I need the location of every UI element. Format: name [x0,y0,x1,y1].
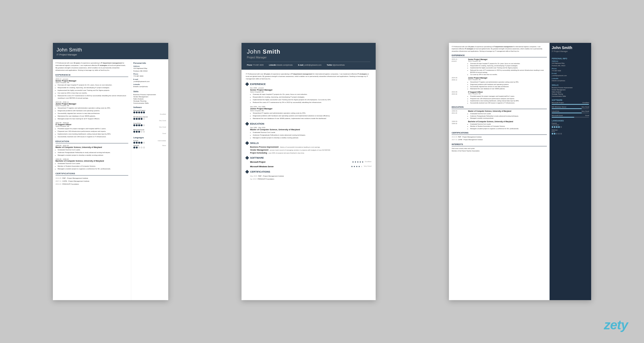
diamond-icon [245,82,249,86]
resume3-sidebar-header: John Smith IT Project Manager [550,43,591,55]
diamond-icon-skills [245,141,249,145]
page-canvas: John Smith IT Project Manager IT Profess… [0,0,644,343]
exp-item-3: 2002-08 - 2004-09 IT Support Officer Set… [56,122,128,138]
resume3-main: IT Professional with over 10 years of ex… [449,43,550,300]
resume2-body: IT Professional with over 10 years of ex… [241,70,376,300]
software-item-3: Linux/Unix Very Good [133,122,166,128]
resume2-software-title: SOFTWARE [246,156,371,159]
resume2-certifications-title: CERTIFICATIONS [246,170,371,173]
r2-skill-3: Project Scheduling - over 90% of project… [246,152,371,154]
lang-spanish: Spanish Basic [133,145,166,148]
sidebar3-software-title: Software [552,99,589,101]
resume1-sidebar: Personal Info Address 134 Rightward WayP… [131,59,168,300]
r3-edu-2: 1996-09 -1999-06 Bachelor of Computer Sc… [452,121,547,130]
sidebar-languages-title: Languages [133,136,166,139]
resume3-intro: IT Professional with over 10 years of ex… [452,46,547,52]
resume2-header: John Smith Project Manager Phone 774-987… [241,43,376,70]
lang3-french: French Intermediate [552,122,589,128]
software-item-2: MS Windows Server Very Good [133,116,166,121]
r3-exp-3: 2002-08 -2004-09 IT Support Officer Seto… [452,91,547,104]
resume1-header: John Smith IT Project Manager [53,43,168,59]
resume1-experience-title: Experience [56,74,128,77]
lang-french: French Intermediate [133,140,166,144]
resume-2: John Smith Project Manager Phone 774-987… [241,43,376,300]
resume1-certifications-title: Certifications [56,172,128,176]
resume1-name: John Smith [57,47,164,53]
resume3-interests-title: Interests [452,143,547,146]
resume2-contact: Phone 774-987-4009 LinkedIn linkedin.com… [247,62,370,66]
r2-soft-1: Microsoft Project ★ ★ ★ ★ ★ Excellent [246,161,371,163]
sidebar3-soft-2: MS Windows Server Very Good [552,106,589,109]
resume2-experience-title: EXPERIENCE [246,83,371,85]
sidebar3-personal-title: Personal Info [552,58,589,59]
resume1-intro: IT Professional with over 10 years of ex… [56,62,128,72]
resume-1: John Smith IT Project Manager IT Profess… [53,43,168,300]
resume1-title: IT Project Manager [57,53,164,56]
r2-skill-2: Vendor Management - proven track record … [246,149,371,151]
sidebar-software-title: Software [133,106,166,109]
diamond-icon-cert [245,170,249,174]
sidebar3-languages-title: Languages [552,120,589,122]
r2-exp-2: Sep 2004 - Dec 2006 Junior Project Manag… [246,106,371,120]
diamond-icon-edu [245,122,249,126]
resume3-sidebar: John Smith IT Project Manager Personal I… [550,43,591,300]
software-item-1: Microsoft Project Excellent [133,110,166,115]
software-item-4: Microsoft Excel Good [133,129,166,134]
r2-soft-2: Microsoft Windows Server ★ ★ ★ ★ ★ Very … [246,165,371,168]
sidebar3-soft-3: Linux/Unix Very Good [552,110,589,113]
resume3-education-title: Education [452,106,547,109]
r2-edu-1: Sep 1996 - May 2001 Master of Computer S… [246,127,371,139]
sidebar-skills-title: Skills [133,90,166,93]
zety-brand: zety [604,318,628,332]
resume1-education-title: Education [56,140,128,143]
sidebar3-soft-4: Microsoft Excel Good [552,115,589,118]
lang3-german: German Basic [552,129,589,135]
r3-exp-1: 2005-12 -present Senior Project Manager … [452,58,547,76]
exp-item-2: 2004-09 - 2006-12 Junior Project Manager… [56,101,128,120]
r2-skill-1: Business Process Improvement - history o… [246,146,371,148]
cert-items: 2010-05 PMP - Project Management Institu… [56,177,128,185]
r2-exp-1: Dec 2006 - present Senior Project Manage… [246,87,371,104]
resume2-education-title: EDUCATION [246,122,371,125]
edu-item-1: 1999-09 - 2001-05 Master of Computer Sci… [56,145,128,156]
resume-3: IT Professional with over 10 years of ex… [449,43,591,300]
resume2-name: John Smith [247,48,370,55]
exp-item-1: 2006-12 - present Senior Project Manager… [56,78,128,99]
diamond-icon-software [245,156,249,160]
resume2-skills-title: SKILLS [246,142,371,144]
r3-edu-1: 1999-09 -2001-05 Master of Computer Scie… [452,110,547,119]
r2-cert-items: May 2015 PMP - Project Management Instit… [246,175,371,181]
sidebar-personal-title: Personal Info [133,62,166,64]
sidebar3-skills-title: Skills [552,84,589,86]
resume3-certifications-title: Certifications [452,132,547,135]
resume3-experience-title: Experience [452,54,547,57]
edu-item-2: 1996-09 - 1999-06 Bachelor of Computer S… [56,158,128,170]
resume2-intro: IT Professional with over 10 years of ex… [246,73,371,80]
r3-exp-2: 2004-09 -2006-12 Junior Project Manager … [452,77,547,90]
resume2-title: Project Manager [247,56,370,59]
sidebar3-soft-1: Microsoft Project Excellent [552,102,589,105]
strategic-planning-skill: Strategic Planing [552,93,589,95]
